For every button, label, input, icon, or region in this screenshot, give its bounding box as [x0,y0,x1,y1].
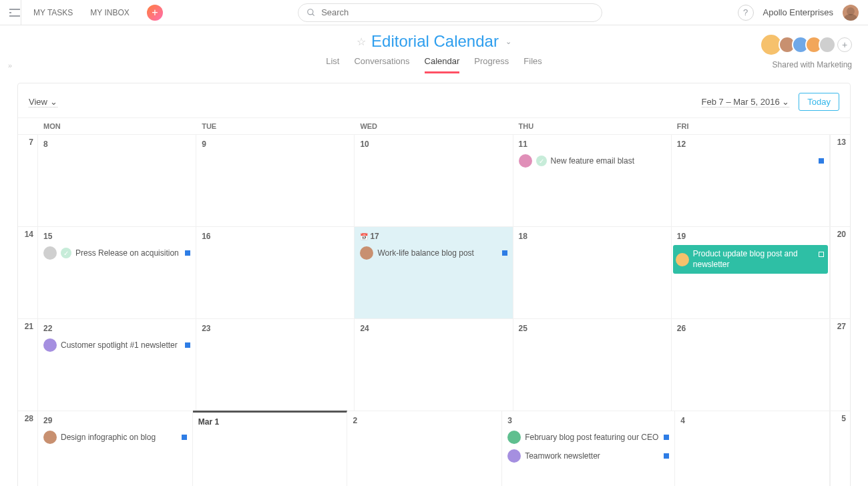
day-cell[interactable]: 23 [196,319,355,411]
task-complete-icon: ✓ [536,156,547,166]
user-avatar[interactable] [843,5,859,21]
menu-toggle[interactable] [9,0,21,25]
task-item[interactable]: Teamwork newsletter [507,449,669,463]
today-button[interactable]: Today [799,93,839,111]
tab-progress[interactable]: Progress [474,56,509,73]
day-cell[interactable]: 21 [18,319,38,411]
day-cell[interactable]: 24 [355,319,513,411]
day-cell[interactable]: 8 [38,135,196,226]
day-cell[interactable]: 9 [196,135,355,226]
task-complete-icon: ✓ [61,248,71,258]
assignee-avatar [676,253,689,266]
task-item[interactable]: ✓ Press Release on acquisition [43,246,190,260]
day-cell[interactable]: 7 [18,135,38,226]
tab-conversations[interactable]: Conversations [354,56,409,73]
member-avatar[interactable] [819,36,836,53]
day-cell[interactable]: 4 [675,411,830,486]
task-tag-dot [819,252,824,257]
day-number: Mar 1 [198,417,219,427]
day-number: 11 [519,140,527,149]
day-cell[interactable]: 10 [355,135,513,226]
day-number: 23 [202,324,210,333]
day-number: 2 [353,416,357,425]
day-cell[interactable]: 19 Product update blog post and newslett… [672,227,830,318]
day-number: 18 [519,232,527,241]
assignee-avatar [507,431,521,444]
day-number: 27 [837,322,846,331]
day-number: 20 [837,230,846,239]
task-item[interactable]: February blog post featuring our CEO [507,431,669,444]
day-cell[interactable]: 18 [513,227,672,318]
task-item-highlight[interactable]: Product update blog post and newsletter [673,245,828,274]
project-members: + [764,33,852,56]
chevron-down-icon: ⌄ [782,97,789,107]
day-number: 14 [25,230,33,239]
day-cell[interactable]: 28 [18,411,38,486]
day-number: 22 [43,324,52,333]
task-item[interactable]: Customer spotlight #1 newsletter [43,338,190,352]
task-title: Design infographic on blog [61,433,176,442]
task-item[interactable]: ✓ New feature email blast [519,154,666,168]
tab-calendar[interactable]: Calendar [425,56,460,73]
day-number: 28 [25,414,33,423]
tab-list[interactable]: List [326,56,339,73]
assignee-avatar [43,246,57,260]
task-item[interactable]: Design infographic on blog [43,431,187,444]
dow-thu: THU [513,118,672,134]
day-cell[interactable]: 3 February blog post featuring our CEO T… [502,411,675,486]
date-range-picker[interactable]: Feb 7 – Mar 5, 2016 ⌄ [702,97,790,107]
star-icon[interactable]: ☆ [357,35,366,48]
nav-my-inbox[interactable]: MY INBOX [90,8,129,17]
task-tag-dot [819,158,824,164]
assignee-avatar [519,154,532,168]
day-number: 12 [677,140,686,149]
day-cell-today[interactable]: 17 Work-life balance blog post [355,227,513,318]
search-icon [306,8,316,17]
tab-files[interactable]: Files [523,56,541,73]
assignee-avatar [43,431,57,444]
add-member-button[interactable]: + [837,37,852,52]
day-number: 25 [519,324,527,333]
task-title: Customer spotlight #1 newsletter [61,340,180,350]
dow-sat [830,118,850,134]
day-number: 5 [841,414,846,423]
day-cell[interactable]: 5 [830,411,850,486]
task-tag-dot [664,453,669,459]
search-input-wrap[interactable] [298,3,602,22]
project-dropdown-caret[interactable]: ⌄ [505,37,511,46]
svg-line-1 [312,13,314,15]
day-cell[interactable]: 16 [196,227,355,318]
day-number: 16 [202,232,210,241]
day-cell[interactable]: 13 [830,135,850,226]
shared-with-label[interactable]: Shared with Marketing [773,60,852,69]
help-button[interactable]: ? [738,5,754,21]
org-name[interactable]: Apollo Enterprises [763,7,834,17]
expand-handle-icon[interactable]: » [5,61,15,71]
day-cell[interactable]: 27 [830,319,850,411]
day-cell[interactable]: 22 Customer spotlight #1 newsletter [38,319,196,411]
day-cell[interactable]: 20 [830,227,850,318]
task-title: New feature email blast [551,156,655,166]
day-cell[interactable]: 14 [18,227,38,318]
day-cell[interactable]: 25 [513,319,672,411]
day-number: 3 [507,416,512,425]
add-button[interactable]: + [147,5,163,21]
task-title: Teamwork newsletter [525,451,658,461]
day-number: 13 [837,138,846,147]
day-number: 9 [202,140,206,149]
day-cell[interactable]: 29 Design infographic on blog [38,411,193,486]
day-cell[interactable]: 12 [672,135,830,226]
day-cell-month-start[interactable]: Mar 1 [193,411,348,486]
day-cell[interactable]: 26 [672,319,830,411]
task-item[interactable]: Work-life balance blog post [360,246,507,260]
day-number: 24 [360,324,369,333]
day-cell[interactable]: 15 ✓ Press Release on acquisition [38,227,196,318]
view-dropdown[interactable]: View ⌄ [29,97,57,107]
search-input[interactable] [321,7,594,17]
day-number: 19 [677,232,686,241]
nav-my-tasks[interactable]: MY TASKS [33,8,73,17]
day-cell[interactable]: 11 ✓ New feature email blast [513,135,672,226]
day-cell[interactable]: 2 [347,411,502,486]
task-tag-dot [182,435,187,440]
page-title[interactable]: Editorial Calendar [371,32,499,51]
